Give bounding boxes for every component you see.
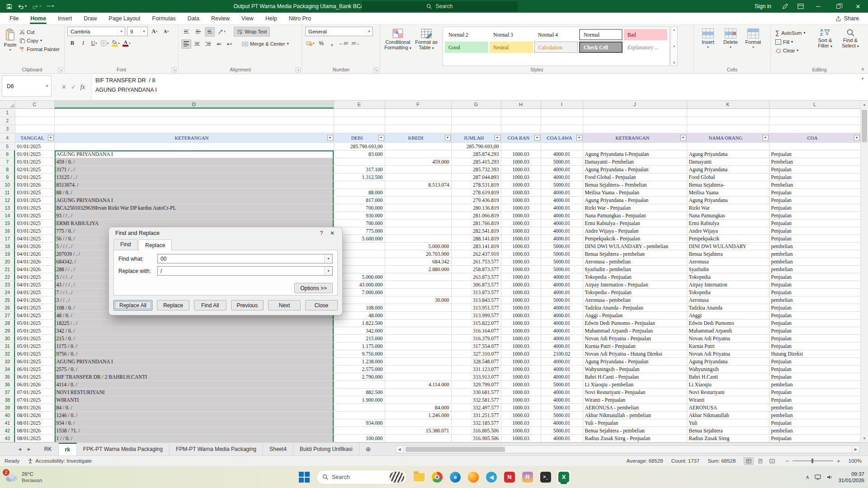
zoom-slider[interactable] <box>793 460 833 461</box>
cell-E30[interactable]: 215.000 <box>334 334 385 342</box>
cell-F28[interactable] <box>385 319 451 327</box>
cell-C40[interactable]: 08/01/2026 <box>15 411 54 419</box>
sign-in-button[interactable]: Sign in <box>748 3 778 9</box>
app-icon-winrar[interactable]: R <box>520 469 535 485</box>
row-header-5[interactable]: 5 <box>0 142 15 150</box>
cell-C26[interactable]: 04/01/2025 <box>15 304 54 311</box>
filter-dropdown-icon[interactable]: ▼ <box>48 135 54 141</box>
cell-E3[interactable] <box>334 125 385 133</box>
cell-K26[interactable]: Tadzkia Ananda <box>687 304 769 311</box>
cell-L41[interactable]: Penjualan <box>769 419 860 427</box>
cell-C14[interactable]: 03/01/2025 <box>15 211 54 219</box>
cell-J24[interactable]: Tokopedia - Penjualan <box>583 288 687 296</box>
cell-L42[interactable]: pembelian <box>769 427 860 434</box>
cell-K40[interactable]: Akbar Nikmatullah <box>687 411 769 419</box>
app-icon-chrome[interactable] <box>429 469 445 485</box>
menu-tab-draw[interactable]: Draw <box>78 13 103 24</box>
cell-E2[interactable] <box>334 117 385 125</box>
menu-tab-view[interactable]: View <box>236 13 259 24</box>
cell-H42[interactable]: 1000.03 <box>501 427 541 434</box>
cell-F3[interactable] <box>385 125 451 133</box>
decrease-font-button[interactable]: A˅ <box>161 27 171 36</box>
cell-G16[interactable]: 282.541.819 <box>451 227 501 235</box>
filter-dropdown-icon[interactable]: ▼ <box>378 135 384 141</box>
cell-F43[interactable] <box>385 434 451 442</box>
menu-tab-formulas[interactable]: Formulas <box>146 13 182 24</box>
vertical-scroll-thumb[interactable] <box>862 110 867 142</box>
cell-I10[interactable]: 5000.01 <box>541 181 583 188</box>
cell-G40[interactable]: 331.251.577 <box>451 411 501 419</box>
percent-style-button[interactable]: % <box>316 38 326 48</box>
save-button[interactable] <box>5 3 14 10</box>
cell-I15[interactable]: 4000.01 <box>541 219 583 227</box>
paste-button[interactable]: Paste ▾ <box>3 27 18 66</box>
cell-I7[interactable]: 5000.01 <box>541 158 583 165</box>
decrease-indent-button[interactable]: ◂≡ <box>214 39 224 49</box>
cell-I29[interactable]: 4000.01 <box>541 327 583 334</box>
row-header-7[interactable]: 7 <box>0 158 15 165</box>
cell-H7[interactable]: 1000.03 <box>501 158 541 165</box>
cell-K12[interactable]: Agung Priyandana <box>687 196 769 204</box>
row-header-33[interactable]: 33 <box>0 357 15 365</box>
cell-J5[interactable] <box>583 142 687 150</box>
cell-J34[interactable]: Wahyuningsih - Penjualan <box>583 365 687 373</box>
align-bottom-button[interactable] <box>205 27 215 37</box>
row-header-6[interactable]: 6 <box>0 150 15 158</box>
cell-I17[interactable]: 4000.01 <box>541 235 583 242</box>
cell-I41[interactable]: 4000.01 <box>541 419 583 427</box>
cell-F18[interactable]: 5.000.000 <box>385 242 451 250</box>
cell-E34[interactable]: 2.575.000 <box>334 365 385 373</box>
copy-button[interactable]: Copy ▾ <box>18 37 61 44</box>
cell-H2[interactable] <box>501 117 541 125</box>
menu-tab-page-layout[interactable]: Page Layout <box>103 13 146 24</box>
cell-L37[interactable]: Penjualan <box>769 388 860 396</box>
vertical-scrollbar[interactable]: ▲ ▼ <box>860 101 868 442</box>
cell-I3[interactable] <box>541 125 583 133</box>
row-header-25[interactable]: 25 <box>0 296 15 304</box>
cell-J18[interactable]: DINI DWI WULANDARY - pembelian <box>583 242 687 250</box>
cell-J21[interactable]: Syaifudin - pembelian <box>583 265 687 273</box>
cell-I36[interactable]: 5000.01 <box>541 380 583 388</box>
menu-tab-review[interactable]: Review <box>205 13 236 24</box>
cell-J17[interactable]: Pempekpakcik - Penjualan <box>583 235 687 242</box>
cell-H37[interactable]: 1000.03 <box>501 388 541 396</box>
sheet-nav-left-icon[interactable]: ◀ <box>18 447 21 451</box>
cell-E8[interactable]: 317.100 <box>334 165 385 173</box>
cell-J7[interactable]: Damayanti - Pembelian <box>583 158 687 165</box>
cell-G12[interactable]: 279.436.819 <box>451 196 501 204</box>
cell-L22[interactable]: Penjualan <box>769 273 860 281</box>
cell-H10[interactable]: 1000.03 <box>501 181 541 188</box>
cell-C43[interactable]: 08/01/2025 <box>15 434 54 442</box>
app-icon-nitro[interactable]: N <box>502 469 517 485</box>
filter-header-K4[interactable]: NAMA ORANG▼ <box>687 133 769 142</box>
cell-E7[interactable] <box>334 158 385 165</box>
cell-I35[interactable]: 4000.01 <box>541 373 583 380</box>
cell-J1[interactable] <box>583 108 687 117</box>
cell-J28[interactable]: Edwin Dedi Purnomo - Penjualan <box>583 319 687 327</box>
cell-K6[interactable]: Agung Priyandana <box>687 150 769 158</box>
cell-F35[interactable] <box>385 373 451 380</box>
cell-F31[interactable] <box>385 342 451 350</box>
app-icon-telegram[interactable]: ◀ <box>484 469 499 485</box>
cell-G34[interactable]: 331.123.077 <box>451 365 501 373</box>
cell-E6[interactable]: 83.600 <box>334 150 385 158</box>
scroll-up-icon[interactable]: ▲ <box>861 101 868 108</box>
cell-I8[interactable]: 4000.01 <box>541 165 583 173</box>
cell-D15[interactable]: ERMI RABIULIYA <box>54 219 334 227</box>
cell-K9[interactable]: Food Global <box>687 173 769 181</box>
cell-D11[interactable]: 88 / 0. / <box>54 188 334 196</box>
cell-I20[interactable]: 5000.01 <box>541 258 583 265</box>
cell-L36[interactable]: pembelian <box>769 380 860 388</box>
row-header-43[interactable]: 43 <box>0 434 15 442</box>
cell-J38[interactable]: Wiranti - Penjualan <box>583 396 687 404</box>
cell-F19[interactable]: 20.703.900 <box>385 250 451 258</box>
italic-button[interactable]: I <box>78 38 88 48</box>
cell-D32[interactable]: 9756 / 0. / <box>54 350 334 357</box>
cell-F25[interactable]: 30.000 <box>385 296 451 304</box>
find-what-dropdown-icon[interactable]: ▾ <box>324 254 332 263</box>
taskbar-search-box[interactable]: Search <box>316 470 407 484</box>
cell-I34[interactable]: 4000.01 <box>541 365 583 373</box>
cell-G22[interactable]: 263.873.577 <box>451 273 501 281</box>
cell-D29[interactable]: 342 / 0. / <box>54 327 334 334</box>
cell-E14[interactable]: 930.000 <box>334 211 385 219</box>
